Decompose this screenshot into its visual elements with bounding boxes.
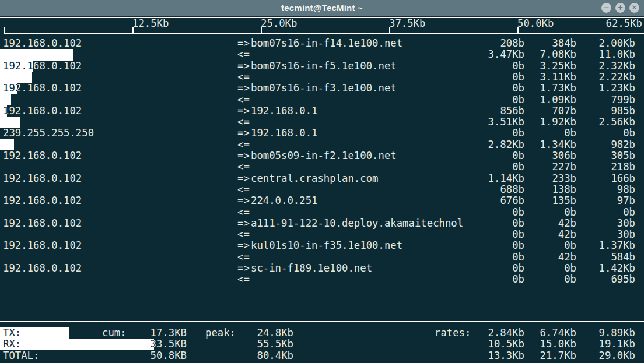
- tx-rate-value: 0b: [518, 263, 576, 274]
- rx-rate-value: 0b: [466, 274, 524, 285]
- rate-value: 2.84Kb: [466, 327, 524, 339]
- rx-rate-value: 3.51Kb: [466, 117, 524, 128]
- source-host: 192.168.0.102: [3, 150, 82, 161]
- tx-rate-value: 0b: [518, 240, 576, 251]
- tx-rate-value: 1.37Kb: [577, 240, 635, 251]
- rx-rate-value: 2.22Kb: [577, 72, 635, 83]
- tx-rate-value: 42b: [518, 218, 576, 229]
- rate-value: 9.89Kb: [577, 327, 635, 339]
- scale-label: 12.5Kb: [132, 18, 169, 29]
- arrow-out-icon: =>: [237, 38, 250, 49]
- rx-rate-value: 584b: [577, 252, 635, 263]
- close-button[interactable]: ✕: [629, 3, 639, 13]
- arrow-out-icon: =>: [237, 240, 250, 251]
- tx-rate-value: 0b: [577, 128, 635, 139]
- cum-value: 17.3KB: [128, 327, 187, 339]
- rx-rate-value: 138b: [518, 184, 576, 195]
- footer-row-label: RX:: [3, 339, 21, 350]
- tx-rate-value: 97b: [577, 195, 635, 206]
- close-icon: ✕: [631, 3, 637, 12]
- maximize-icon: +: [617, 3, 623, 12]
- rx-rate-value: 695b: [577, 274, 635, 285]
- rx-rate-value: 1.34Kb: [518, 139, 576, 150]
- tx-rate-value: 0b: [466, 150, 524, 161]
- connection-row-rx-line: <=0b0b0b: [0, 207, 644, 218]
- cum-label: cum:: [102, 327, 127, 339]
- footer-divider: [0, 321, 644, 322]
- peak-value: 55.5Kb: [235, 339, 293, 350]
- tx-rate-value: 0b: [466, 263, 524, 274]
- connection-row-rx-line: <=0b42b584b: [0, 252, 644, 263]
- source-host: 192.168.0.102: [3, 263, 82, 274]
- arrow-out-icon: =>: [237, 263, 250, 274]
- traffic-bar: [0, 72, 32, 83]
- footer-row: TOTAL:50.8KB80.4Kb13.3Kb21.7Kb29.0Kb: [0, 350, 644, 361]
- tx-rate-value: 985b: [577, 105, 635, 117]
- tx-rate-value: 1.14Kb: [466, 173, 524, 184]
- tx-rate-value: 856b: [466, 105, 524, 117]
- connection-row-rx-line: <=0b1.09Kb799b: [0, 94, 644, 105]
- connection-row-rx-line: <=0b0b695b: [0, 274, 644, 285]
- connection-row-rx-line: <=0b42b30b: [0, 229, 644, 240]
- connection-row-tx-line: 192.168.0.102=>bom07s16-in-f14.1e100.net…: [0, 38, 644, 49]
- rx-rate-value: 0b: [518, 274, 576, 285]
- tx-rate-value: 0b: [466, 240, 524, 251]
- tx-rate-value: 2.00Kb: [577, 38, 635, 49]
- rx-rate-value: 2.56Kb: [577, 117, 635, 128]
- rx-rate-value: 0b: [577, 207, 635, 218]
- connection-row-tx-line: 192.168.0.102192.168.0.102=>bom07s16-in-…: [0, 83, 644, 94]
- tx-rate-value: 1.73Kb: [518, 83, 576, 94]
- peak-label: peak:: [205, 327, 236, 339]
- terminal-screen[interactable]: 12.5Kb25.0Kb37.5Kb50.0Kb62.5Kb 192.168.0…: [0, 17, 644, 363]
- dest-host: sc-in-f189.1e100.net: [251, 263, 372, 274]
- dest-host: bom05s09-in-f2.1e100.net: [251, 150, 397, 161]
- traffic-bar: [0, 94, 11, 105]
- source-host: 192.168.0.102: [3, 240, 82, 251]
- dest-host: kul01s10-in-f35.1e100.net: [251, 240, 402, 251]
- tx-rate-value: 0b: [466, 61, 524, 72]
- rx-rate-value: 799b: [577, 94, 635, 105]
- arrow-in-icon: <=: [237, 252, 250, 263]
- rate-value: 21.7Kb: [518, 350, 576, 361]
- rx-rate-value: 30b: [577, 229, 635, 240]
- rx-rate-value: 42b: [518, 229, 576, 240]
- dest-host: central.crashplan.com: [251, 173, 379, 184]
- arrow-out-icon: =>: [237, 105, 250, 117]
- peak-value: 80.4Kb: [235, 350, 293, 361]
- rate-value: 15.0Kb: [518, 339, 576, 350]
- connection-row-tx-line: 192.168.0.102=>bom05s09-in-f2.1e100.net0…: [0, 150, 644, 161]
- dest-host: 192.168.0.1: [251, 105, 317, 117]
- footer-row-label: TX:: [3, 327, 21, 339]
- rx-rate-value: 42b: [518, 252, 576, 263]
- scale-label: 62.5Kb: [606, 18, 642, 29]
- dest-host: bom07s16-in-f14.1e100.net: [251, 38, 402, 49]
- connection-row-rx-line: <=3.47Kb7.08Kb11.0Kb: [0, 49, 644, 60]
- connection-row-rx-line: <=2.82Kb1.34Kb982b: [0, 139, 644, 150]
- rate-value: 10.5Kb: [466, 339, 524, 350]
- rate-value: 29.0Kb: [577, 350, 635, 361]
- arrow-out-icon: =>: [237, 150, 250, 161]
- connection-row-tx-line: 192.168.0.102192.168.0.102=>192.168.0.18…: [0, 105, 644, 117]
- traffic-bar: [0, 117, 20, 128]
- rx-rate-value: 0b: [466, 161, 524, 172]
- maximize-button[interactable]: +: [615, 3, 625, 13]
- connection-row-tx-line: 192.168.0.102=>central.crashplan.com1.14…: [0, 173, 644, 184]
- arrow-in-icon: <=: [237, 117, 250, 128]
- dest-host: 192.168.0.1: [251, 128, 317, 139]
- minimize-button[interactable]: −: [601, 3, 611, 13]
- source-host: 192.168.0.102: [3, 195, 82, 206]
- rx-rate-value: 0b: [466, 72, 524, 83]
- scale-label: 50.0Kb: [517, 18, 554, 29]
- rx-rate-value: 227b: [518, 161, 576, 172]
- arrow-in-icon: <=: [237, 184, 250, 195]
- dest-host: a111-91-122-10.deploy.akamaitechnol: [251, 218, 463, 229]
- arrow-in-icon: <=: [237, 207, 250, 218]
- rx-rate-value: 11.0Kb: [577, 49, 635, 60]
- connection-row-tx-line: 192.168.0.102=>kul01s10-in-f35.1e100.net…: [0, 240, 644, 251]
- rx-rate-value: 1.09Kb: [518, 94, 576, 105]
- tx-rate-value: 0b: [518, 128, 576, 139]
- rx-rate-value: 218b: [577, 161, 635, 172]
- tx-rate-value: 2.32Kb: [577, 61, 635, 72]
- tx-rate-value: 208b: [466, 38, 524, 49]
- tx-rate-value: 30b: [577, 218, 635, 229]
